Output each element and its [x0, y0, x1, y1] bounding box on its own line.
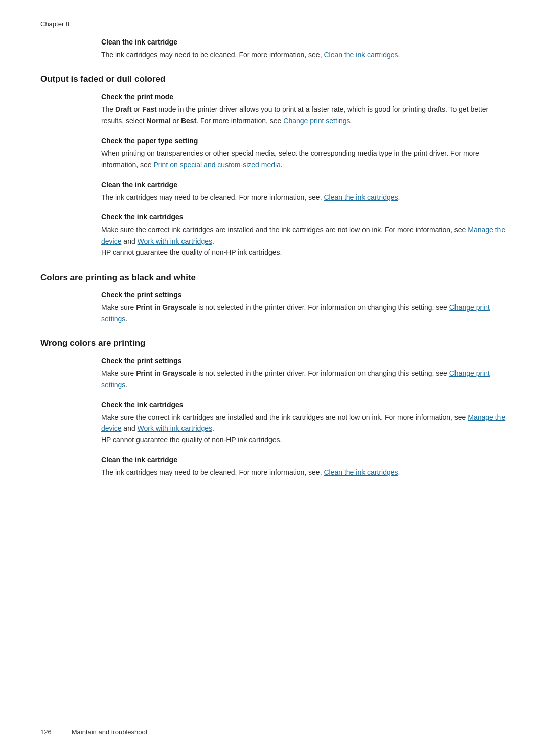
top-clean-cartridge-body: The ink cartridges may need to be cleane…	[101, 49, 506, 60]
clean-cartridge-body-2: The ink cartridges may need to be cleane…	[101, 467, 506, 478]
top-clean-cartridges-link[interactable]: Clean the ink cartridges	[324, 51, 398, 59]
check-ink-cartridges-body-1: Make sure the correct ink cartridges are…	[101, 224, 506, 258]
footer-chapter-title: Maintain and troubleshoot	[72, 728, 148, 736]
check-print-settings-body-2: Make sure Print in Grayscale is not sele…	[101, 368, 506, 390]
page-content: Chapter 8 Clean the ink cartridge The in…	[0, 0, 546, 529]
wrong-colors-heading: Wrong colors are printing	[40, 338, 506, 348]
wrong-colors-section: Wrong colors are printing Check the prin…	[40, 338, 506, 478]
check-ink-cartridges-subsection-2: Check the ink cartridges Make sure the c…	[101, 401, 506, 446]
check-print-settings-heading-1: Check the print settings	[101, 291, 506, 299]
check-ink-cartridges-subsection-1: Check the ink cartridges Make sure the c…	[101, 213, 506, 258]
output-faded-heading: Output is faded or dull colored	[40, 74, 506, 84]
check-print-settings-subsection-2: Check the print settings Make sure Print…	[101, 357, 506, 390]
clean-cartridge-subsection-2: Clean the ink cartridge The ink cartridg…	[101, 456, 506, 478]
check-print-settings-subsection-1: Check the print settings Make sure Print…	[101, 291, 506, 325]
clean-cartridge-subsection-1: Clean the ink cartridge The ink cartridg…	[101, 181, 506, 203]
check-print-settings-body-1: Make sure Print in Grayscale is not sele…	[101, 302, 506, 325]
chapter-label: Chapter 8	[40, 20, 506, 28]
check-print-settings-heading-2: Check the print settings	[101, 357, 506, 365]
check-ink-cartridges-body-2: Make sure the correct ink cartridges are…	[101, 412, 506, 446]
clean-cartridge-body-1: The ink cartridges may need to be cleane…	[101, 192, 506, 203]
check-paper-type-heading: Check the paper type setting	[101, 137, 506, 145]
colors-black-white-section: Colors are printing as black and white C…	[40, 273, 506, 325]
check-print-mode-heading: Check the print mode	[101, 93, 506, 101]
output-faded-section: Output is faded or dull colored Check th…	[40, 74, 506, 258]
top-clean-cartridge-heading: Clean the ink cartridge	[101, 38, 506, 46]
work-with-cartridges-link-1[interactable]: Work with ink cartridges	[138, 237, 212, 245]
clean-cartridges-link-2[interactable]: Clean the ink cartridges	[324, 468, 398, 476]
clean-cartridge-heading-2: Clean the ink cartridge	[101, 456, 506, 464]
check-paper-type-body: When printing on transparencies or other…	[101, 148, 506, 170]
check-print-mode-body: The Draft or Fast mode in the printer dr…	[101, 104, 506, 126]
clean-cartridges-link-1[interactable]: Clean the ink cartridges	[324, 193, 398, 201]
clean-cartridge-heading-1: Clean the ink cartridge	[101, 181, 506, 189]
footer-page-number: 126	[40, 728, 52, 736]
change-print-settings-link-1[interactable]: Change print settings	[283, 117, 350, 125]
work-with-cartridges-link-2[interactable]: Work with ink cartridges	[138, 424, 212, 432]
print-special-media-link[interactable]: Print on special and custom-sized media	[154, 161, 281, 169]
top-clean-cartridge-section: Clean the ink cartridge The ink cartridg…	[101, 38, 506, 60]
check-ink-cartridges-heading-2: Check the ink cartridges	[101, 401, 506, 409]
check-print-mode-subsection: Check the print mode The Draft or Fast m…	[101, 93, 506, 126]
colors-black-white-heading: Colors are printing as black and white	[40, 273, 506, 283]
check-ink-cartridges-heading-1: Check the ink cartridges	[101, 213, 506, 221]
check-paper-type-subsection: Check the paper type setting When printi…	[101, 137, 506, 170]
page-footer: 126 Maintain and troubleshoot	[40, 728, 147, 736]
